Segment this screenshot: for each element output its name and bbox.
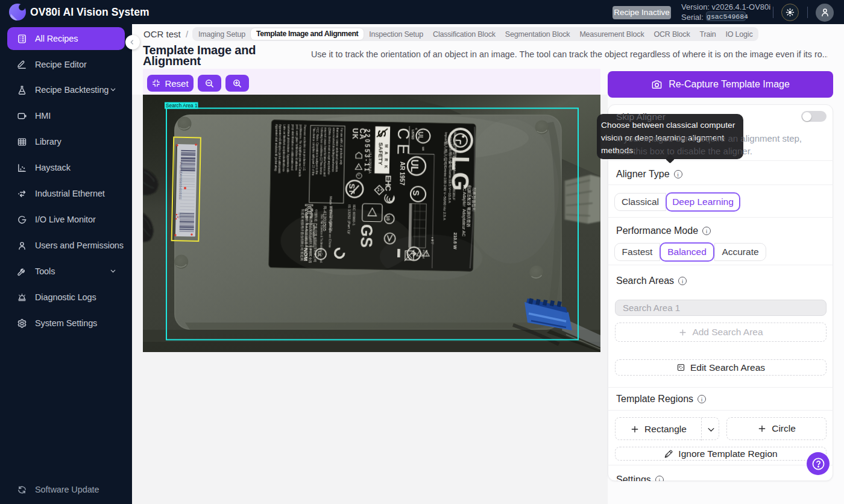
svg-text:ULL-102918-EA: ULL-102918-EA — [368, 152, 373, 174]
svg-text:c: c — [415, 128, 418, 130]
svg-text:UL: UL — [409, 159, 420, 172]
svg-text:CA: CA — [357, 128, 366, 140]
svg-text:S: S — [411, 190, 421, 196]
svg-text:us: us — [421, 147, 425, 151]
svg-text:(1-6): (1-6) — [178, 213, 181, 219]
svg-text:EHC: EHC — [383, 175, 393, 191]
svg-text:M A R K: M A R K — [384, 144, 389, 169]
svg-text:SAFETY: SAFETY — [377, 142, 385, 165]
svg-text:CE: CE — [394, 128, 412, 159]
svg-text:PS: PS — [377, 188, 380, 192]
svg-text:AR 1957: AR 1957 — [398, 162, 406, 186]
svg-text:Search Area 1: Search Area 1 — [166, 102, 198, 109]
svg-text:E: E — [380, 189, 383, 191]
svg-text:UL: UL — [417, 131, 424, 140]
svg-text:e: e — [356, 166, 359, 168]
